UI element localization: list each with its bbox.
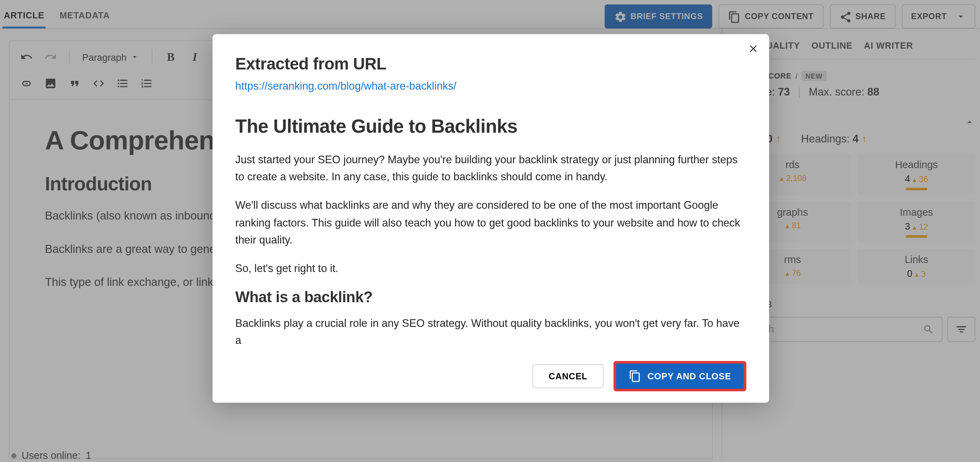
copy-and-close-button[interactable]: COPY AND CLOSE [613, 360, 746, 391]
extract-url-modal: Extracted from URL https://seranking.com… [213, 34, 769, 402]
modal-footer: CANCEL COPY AND CLOSE [235, 360, 746, 391]
extracted-h1: The Ultimate Guide to Backlinks [235, 116, 746, 137]
copy-icon [628, 370, 641, 382]
extracted-paragraph: Backlinks play a crucial role in any SEO… [235, 315, 746, 349]
modal-title: Extracted from URL [235, 54, 746, 74]
modal-overlay[interactable]: Extracted from URL https://seranking.com… [0, 0, 980, 462]
extracted-url-link[interactable]: https://seranking.com/blog/what-are-back… [235, 80, 746, 93]
extracted-paragraph: We'll discuss what backlinks are and why… [235, 197, 746, 248]
app-root: ARTICLE METADATA BRIEF SETTINGS COPY CON… [0, 0, 980, 462]
button-label: COPY AND CLOSE [648, 371, 731, 381]
close-icon [748, 43, 759, 54]
extracted-h2: What is a backlink? [235, 288, 746, 306]
extracted-paragraph: So, let's get right to it. [235, 260, 746, 277]
cancel-button[interactable]: CANCEL [533, 364, 603, 388]
extracted-paragraph: Just started your SEO journey? Maybe you… [235, 151, 746, 186]
close-button[interactable] [748, 43, 759, 54]
